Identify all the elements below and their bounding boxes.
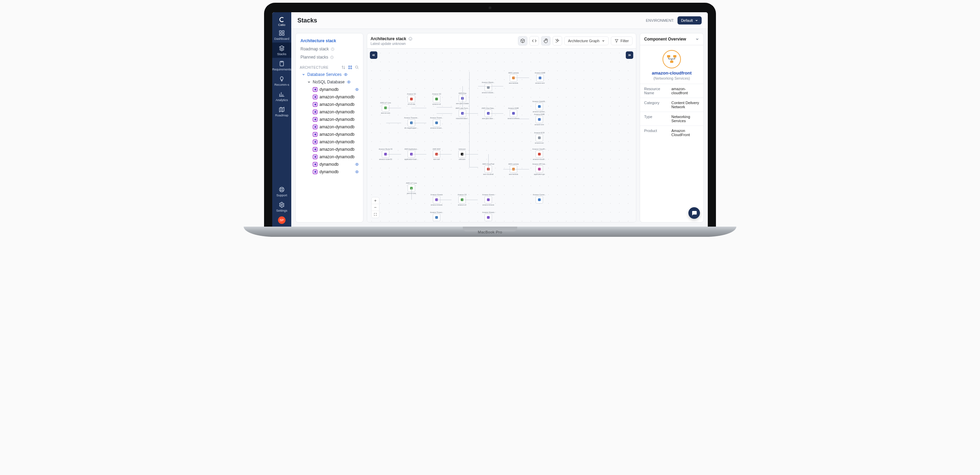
graph-node[interactable]: Amazon Timest... — [426, 211, 447, 221]
zoom-in-button[interactable]: + — [372, 197, 379, 204]
graph-node[interactable]: Amazon EMR amazon-athena — [503, 107, 524, 119]
tab-roadmap-stack[interactable]: Roadmap stack — [300, 45, 359, 53]
graph-node[interactable]: Amazon QuickSi... amazon-quicksi... — [529, 100, 550, 113]
svg-rect-0 — [279, 31, 281, 32]
graph-node[interactable]: Amazon EMR amazon-emr — [530, 72, 550, 84]
chevron-down-icon — [695, 19, 698, 22]
code-icon — [532, 38, 537, 43]
env-selector[interactable]: Default — [678, 16, 702, 24]
graph-node[interactable]: Amazon Kinesis — [478, 211, 498, 221]
nav-stacks[interactable]: Stacks — [272, 43, 291, 58]
svg-point-7 — [281, 204, 283, 206]
database-icon — [313, 110, 318, 114]
magic-button[interactable] — [553, 36, 562, 46]
svg-rect-3 — [282, 34, 284, 35]
sort-icon[interactable] — [341, 65, 345, 70]
graph-node[interactable]: Amazon Elastic... amazon-elastic... — [478, 81, 498, 94]
tree-item[interactable]: amazon-dynamodb — [297, 138, 362, 146]
tree-item[interactable]: amazon-dynamodb — [297, 108, 362, 116]
graph-node[interactable]: Amazon Kinesis amazon-kinesis — [478, 194, 498, 206]
tree-item[interactable]: dynamodb — [297, 160, 362, 168]
database-icon — [313, 132, 318, 137]
graph-node[interactable]: Amazon Timest... amazon-timest... — [426, 117, 447, 129]
nav-settings[interactable]: Settings — [272, 199, 291, 214]
view-code-button[interactable] — [530, 36, 539, 46]
clipboard-icon — [279, 60, 285, 67]
tab-architecture-stack[interactable]: Architecture stack — [300, 37, 359, 45]
nav-support[interactable]: Support — [272, 184, 291, 199]
graph-node[interactable]: Amazon API Gat... application-gw — [529, 163, 550, 175]
tree-item[interactable]: dynamodb — [297, 86, 362, 93]
component-icon — [662, 50, 681, 68]
search-icon[interactable] — [355, 65, 359, 70]
overview-row: CategoryContent Delivery Network — [640, 98, 703, 111]
database-icon — [313, 124, 318, 129]
tree-item[interactable]: amazon-dynamodb — [297, 153, 362, 160]
grid-view-icon[interactable] — [348, 65, 352, 70]
chevron-down-icon — [601, 39, 605, 43]
tree-group[interactable]: Database Services — [297, 71, 362, 78]
architecture-graph-canvas[interactable]: Amazon S3 s3-s3:nda Amazon S3 amazon-s3 … — [367, 49, 636, 222]
pan-button[interactable] — [541, 36, 550, 46]
svg-point-14 — [356, 66, 358, 68]
database-icon — [313, 95, 318, 99]
tree-item[interactable]: amazon-dynamodb — [297, 101, 362, 108]
graph-node[interactable]: Amazon S3 s3-s3:nda — [401, 93, 422, 105]
nav-requirements[interactable]: Requirements — [272, 58, 291, 73]
canvas-title: Architecture stack — [371, 37, 406, 41]
history-icon — [330, 56, 334, 59]
tree-item[interactable]: amazon-dynamodb — [297, 131, 362, 138]
filter-button[interactable]: Filter — [611, 37, 633, 45]
avatar[interactable]: SP — [278, 216, 285, 224]
svg-point-6 — [281, 189, 283, 191]
macbook-label: MacBook Pro — [478, 230, 502, 234]
graph-node[interactable]: Amazon S3 amazon-s3 — [426, 93, 447, 105]
map-icon — [279, 106, 285, 113]
tree-item[interactable]: dynamodb — [297, 168, 362, 176]
chat-fab[interactable] — [688, 207, 700, 219]
svg-rect-21 — [667, 55, 670, 57]
nav-rail: Catio Dashboard Stacks Requirements Reco… — [272, 12, 291, 227]
tree-item[interactable]: amazon-dynamodb — [297, 123, 362, 131]
nav-recommendations[interactable]: Recomm-s — [272, 73, 291, 89]
database-icon — [313, 170, 318, 174]
database-icon — [313, 87, 318, 92]
nav-analytics[interactable]: Analytics — [272, 89, 291, 104]
cube-icon — [520, 38, 525, 43]
svg-rect-1 — [282, 31, 284, 32]
graph-node[interactable]: Amazon Conne... — [529, 194, 550, 204]
view-mode-select[interactable]: Architecture Graph — [564, 37, 608, 45]
graph-node[interactable]: Amazon CloudFr... amazon-cloudfr... — [529, 148, 550, 160]
nav-roadmap[interactable]: Roadmap — [272, 104, 291, 119]
tree-item[interactable]: amazon-dynamodb — [297, 146, 362, 153]
graph-node[interactable]: AWS Lambda aws-lambda — [503, 72, 524, 84]
chat-icon — [691, 210, 697, 216]
graph-node[interactable]: Amazon ECR amazon-ecr — [529, 132, 550, 144]
tree-subgroup[interactable]: NoSQL Database — [297, 78, 362, 86]
collapse-right-button[interactable] — [626, 51, 633, 59]
fullscreen-button[interactable] — [372, 211, 379, 218]
svg-rect-2 — [279, 34, 281, 35]
zoom-out-button[interactable]: − — [372, 204, 379, 211]
nav-dashboard[interactable]: Dashboard — [272, 27, 291, 43]
filter-icon — [614, 39, 619, 43]
info-icon[interactable] — [408, 37, 412, 41]
architecture-tree[interactable]: Database ServicesNoSQL Databasedynamodba… — [296, 71, 363, 222]
tab-planned-stacks[interactable]: Planned stacks — [300, 53, 359, 61]
lightbulb-icon — [279, 76, 285, 82]
component-name: amazon-cloudfront — [640, 70, 703, 76]
view-3d-button[interactable] — [518, 36, 527, 46]
lifebuoy-icon — [279, 186, 285, 192]
tree-item[interactable]: amazon-dynamodb — [297, 93, 362, 101]
svg-rect-23 — [670, 60, 673, 63]
tree-heading: ARCHITECTURE — [300, 66, 328, 70]
graph-node[interactable]: Amazon EMR amazon-emr — [529, 113, 550, 126]
page-title: Stacks — [298, 17, 317, 24]
overview-row: ProductAmazon CloudFront — [640, 126, 703, 140]
svg-rect-10 — [349, 66, 350, 67]
collapse-left-button[interactable] — [370, 51, 377, 59]
tree-item[interactable]: amazon-dynamodb — [297, 116, 362, 123]
svg-rect-22 — [673, 55, 676, 57]
chevron-down-icon[interactable] — [695, 37, 699, 41]
maximize-icon — [374, 213, 377, 216]
